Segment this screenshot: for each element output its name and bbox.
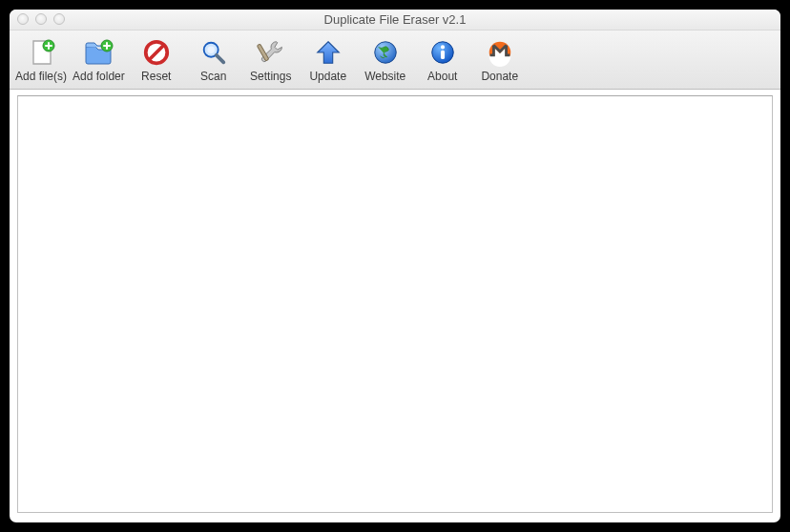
file-add-icon: [26, 37, 56, 68]
window-title: Duplicate File Eraser v2.1: [10, 12, 780, 27]
svg-point-8: [374, 42, 396, 64]
globe-icon: [370, 37, 401, 68]
donate-button[interactable]: Donate: [474, 33, 526, 85]
toolbar-label: Reset: [141, 70, 171, 83]
toolbar-label: Donate: [481, 70, 518, 83]
results-panel: [17, 95, 773, 513]
content-area: [10, 90, 780, 522]
monero-icon: [485, 37, 515, 68]
toolbar-label: Update: [309, 70, 346, 83]
titlebar: Duplicate File Eraser v2.1: [10, 10, 780, 31]
svg-line-6: [217, 55, 224, 63]
window-controls: [17, 13, 65, 25]
scan-button[interactable]: Scan: [188, 33, 239, 85]
zoom-window-button[interactable]: [53, 13, 65, 25]
toolbar-label: Add folder: [73, 70, 125, 83]
minimize-window-button[interactable]: [35, 13, 47, 25]
app-window: Duplicate File Eraser v2.1 Add file(s): [10, 10, 780, 522]
toolbar-label: Website: [364, 70, 405, 83]
arrow-up-icon: [313, 37, 343, 68]
add-files-button[interactable]: Add file(s): [15, 33, 67, 85]
reset-button[interactable]: Reset: [131, 33, 182, 85]
info-icon: [427, 37, 458, 68]
toolbar: Add file(s) Add folder Reset: [10, 31, 780, 90]
toolbar-label: Add file(s): [15, 70, 67, 83]
folder-add-icon: [83, 37, 114, 68]
tools-icon: [256, 37, 286, 68]
toolbar-label: Settings: [250, 70, 291, 83]
about-button[interactable]: About: [417, 33, 468, 85]
svg-point-10: [441, 45, 445, 49]
update-button[interactable]: Update: [302, 33, 354, 85]
website-button[interactable]: Website: [360, 33, 411, 85]
no-entry-icon: [141, 37, 172, 68]
toolbar-label: Scan: [200, 70, 226, 83]
toolbar-label: About: [427, 70, 457, 83]
svg-rect-11: [441, 51, 445, 59]
magnifier-icon: [198, 37, 229, 68]
settings-button[interactable]: Settings: [245, 33, 297, 85]
add-folder-button[interactable]: Add folder: [73, 33, 125, 85]
close-window-button[interactable]: [17, 13, 29, 25]
svg-point-5: [207, 46, 215, 53]
